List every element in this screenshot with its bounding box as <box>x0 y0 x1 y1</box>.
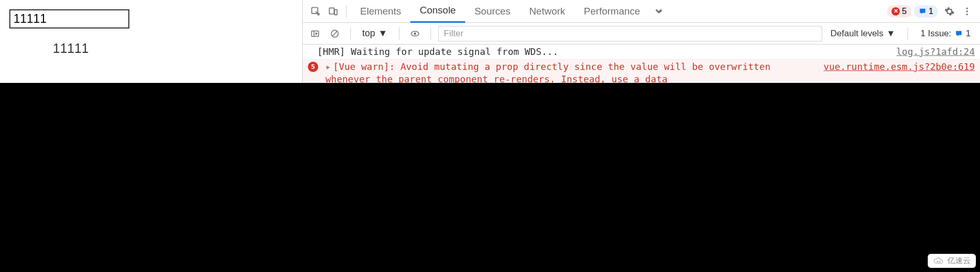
tab-performance[interactable]: Performance <box>574 0 649 23</box>
error-count: 5 <box>902 6 907 17</box>
log-entry-error: 5 ▸[Vue warn]: Avoid mutating a prop dir… <box>303 60 980 83</box>
filter-input[interactable] <box>438 26 822 41</box>
tab-sources[interactable]: Sources <box>465 0 520 23</box>
issues-count: 1 <box>966 28 971 39</box>
sidebar-toggle-icon[interactable] <box>307 25 323 42</box>
tab-network[interactable]: Network <box>520 0 575 23</box>
svg-point-13 <box>939 261 940 262</box>
more-tabs-icon[interactable] <box>649 3 667 20</box>
devtools-panel: Elements Console Sources Network Perform… <box>303 0 980 83</box>
issues-indicator[interactable]: 1 Issue: 1 <box>915 28 976 39</box>
info-badge[interactable]: 1 <box>914 5 938 18</box>
settings-icon[interactable] <box>941 3 958 20</box>
info-count: 1 <box>929 6 933 17</box>
context-label: top <box>362 28 375 39</box>
log-level-selector[interactable]: Default levels ▼ <box>825 28 900 39</box>
separator <box>399 27 399 40</box>
log-message: [HMR] Waiting for update signal from WDS… <box>317 46 890 58</box>
log-message: ▸[Vue warn]: Avoid mutating a prop direc… <box>325 61 817 83</box>
watermark: 亿速云 <box>928 254 976 268</box>
cloud-icon <box>933 257 944 265</box>
tab-elements[interactable]: Elements <box>351 0 410 23</box>
svg-point-4 <box>966 10 968 12</box>
console-log-area: [HMR] Waiting for update signal from WDS… <box>303 45 980 83</box>
separator <box>908 27 908 40</box>
context-selector[interactable]: top ▼ <box>358 28 392 39</box>
svg-rect-2 <box>335 9 337 15</box>
tab-console[interactable]: Console <box>410 0 465 23</box>
svg-rect-1 <box>330 8 334 14</box>
separator <box>346 5 347 18</box>
issues-label: 1 Issue: <box>920 28 952 39</box>
inspect-icon[interactable] <box>307 3 324 20</box>
level-label: Default levels <box>830 28 883 39</box>
text-input[interactable] <box>9 9 129 28</box>
log-source-link[interactable]: log.js?1afd:24 <box>896 46 975 58</box>
svg-point-3 <box>966 7 968 9</box>
display-value: 11111 <box>53 41 293 56</box>
app-pane: 11111 <box>0 0 303 83</box>
error-icon: ✕ <box>892 7 900 16</box>
kebab-menu-icon[interactable] <box>958 3 976 20</box>
live-expression-icon[interactable] <box>407 25 423 42</box>
chevron-down-icon: ▼ <box>886 28 895 39</box>
console-toolbar: top ▼ Default levels ▼ 1 Issue: 1 <box>303 23 980 45</box>
error-count-badge: 5 <box>308 62 318 72</box>
svg-point-11 <box>414 32 417 35</box>
svg-line-9 <box>333 31 337 36</box>
clear-console-icon[interactable] <box>326 25 343 42</box>
message-icon <box>918 7 927 16</box>
watermark-text: 亿速云 <box>947 256 971 266</box>
svg-point-5 <box>966 13 968 15</box>
separator <box>350 27 351 40</box>
device-toggle-icon[interactable] <box>324 3 342 20</box>
message-icon <box>955 30 963 38</box>
log-entry: [HMR] Waiting for update signal from WDS… <box>303 45 980 60</box>
svg-point-12 <box>937 261 938 262</box>
devtools-tabbar: Elements Console Sources Network Perform… <box>303 0 980 23</box>
log-source-link[interactable]: vue.runtime.esm.js?2b0e:619 <box>823 61 975 83</box>
separator <box>430 27 431 40</box>
chevron-down-icon: ▼ <box>378 28 388 39</box>
error-badge[interactable]: ✕ 5 <box>887 5 911 18</box>
expand-caret-icon[interactable]: ▸ <box>325 61 331 72</box>
